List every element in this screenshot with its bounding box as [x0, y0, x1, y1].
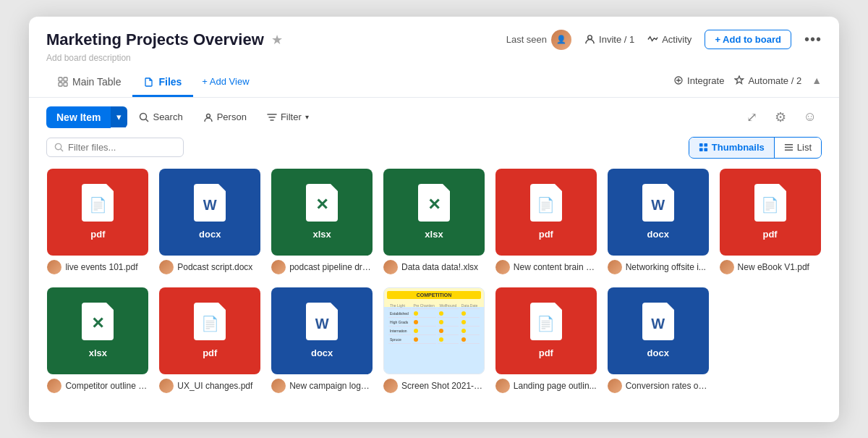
file-item-9[interactable]: 📄 pdf UX_UI changes.pdf [158, 287, 262, 393]
activity-icon [647, 34, 658, 45]
filter-files-input[interactable] [68, 142, 162, 153]
file-item-2[interactable]: W docx Podcast script.docx [158, 169, 262, 274]
integrate-label: Integrate [687, 75, 724, 86]
activity-action[interactable]: Activity [647, 34, 692, 45]
file-meta-10: New campaign logo _ [271, 379, 373, 393]
filter-input-wrapper[interactable] [46, 138, 184, 157]
file-meta-6: Networking offsite i... [608, 260, 709, 274]
file-name-12: Landing page outlin... [514, 381, 597, 391]
file-item-8[interactable]: ✕ xlsx Competitor outline d... [46, 287, 150, 393]
list-label: List [797, 142, 812, 153]
person-button[interactable]: Person [195, 107, 255, 127]
tab-add-view[interactable]: + Add View [193, 70, 258, 96]
file-avatar-6 [608, 260, 622, 274]
file-meta-11: Screen Shot 2021-03-... [383, 379, 485, 393]
invite-action[interactable]: Invite / 1 [584, 34, 634, 45]
file-doc-icon-7: 📄 [754, 184, 786, 222]
file-ext-12: pdf [539, 348, 553, 358]
file-doc-icon-12: 📄 [530, 303, 562, 340]
svg-rect-1 [59, 77, 62, 81]
filter-input-row: Thumbnails List [29, 137, 839, 169]
word-icon-2: W [203, 197, 217, 214]
svg-rect-2 [64, 77, 67, 81]
svg-rect-3 [59, 83, 62, 86]
file-thumb-13: W docx [608, 287, 709, 374]
tab-main-table[interactable]: Main Table [46, 70, 132, 97]
svg-rect-13 [699, 148, 703, 151]
file-avatar-3 [271, 260, 286, 274]
file-name-13: Conversion rates out... [626, 381, 709, 391]
automate-icon [734, 75, 744, 85]
person-icon [584, 34, 595, 45]
file-meta-12: Landing page outlin... [495, 379, 597, 393]
automate-action[interactable]: Automate / 2 [734, 75, 801, 86]
file-avatar-10 [271, 379, 286, 393]
file-item-3[interactable]: ✕ xlsx podcast pipeline dra... [271, 169, 374, 274]
table-icon [58, 77, 68, 87]
file-ext-4: xlsx [425, 229, 443, 240]
file-meta-3: podcast pipeline dra... [271, 260, 373, 274]
collapse-icon[interactable]: ▲ [812, 75, 822, 86]
file-meta-9: UX_UI changes.pdf [159, 379, 260, 393]
tab-files[interactable]: Files [132, 70, 193, 97]
pdf-icon-1: 📄 [89, 196, 107, 214]
files-icon [144, 77, 154, 87]
file-item-5[interactable]: 📄 pdf New content brain d... [494, 169, 597, 274]
invite-label: Invite / 1 [599, 34, 634, 45]
search-icon [139, 112, 149, 122]
file-thumb-11: COMPETITION The LightPre ChantienWolfhou… [383, 287, 485, 374]
svg-line-10 [61, 149, 63, 151]
file-meta-4: Data data data!.xlsx [383, 260, 485, 274]
integrate-action[interactable]: Integrate [673, 75, 724, 86]
file-name-10: New campaign logo _ [289, 381, 373, 391]
file-name-11: Screen Shot 2021-03-... [401, 381, 485, 391]
filter-button[interactable]: Filter ▾ [258, 107, 318, 127]
new-item-main-button[interactable]: New Item [46, 106, 111, 128]
list-view-button[interactable]: List [775, 138, 821, 157]
integrate-icon [673, 75, 684, 85]
file-avatar-4 [383, 260, 398, 274]
file-meta-7: New eBook V1.pdf [720, 260, 821, 274]
expand-icon[interactable]: ⤢ [741, 106, 762, 128]
file-avatar-5 [495, 260, 510, 274]
file-item-12[interactable]: 📄 pdf Landing page outlin... [494, 287, 597, 393]
file-avatar-13 [608, 379, 622, 393]
screenshot-preview: COMPETITION The LightPre ChantienWolfhou… [384, 288, 484, 374]
file-avatar-2 [159, 260, 174, 274]
filter-icon [267, 112, 277, 122]
file-thumb-1: 📄 pdf [47, 169, 148, 256]
new-item-caret-button[interactable]: ▾ [111, 106, 127, 127]
search-button[interactable]: Search [130, 107, 191, 127]
file-thumb-8: ✕ xlsx [47, 287, 148, 374]
tab-main-table-label: Main Table [72, 76, 121, 88]
file-item-7[interactable]: 📄 pdf New eBook V1.pdf [718, 169, 822, 274]
automate-label: Automate / 2 [748, 75, 801, 86]
file-item-6[interactable]: W docx Networking offsite i... [606, 169, 710, 274]
file-meta-8: Competitor outline d... [47, 379, 148, 393]
board-description[interactable]: Add board description [46, 53, 822, 63]
header-right: Last seen 👤 Invite / 1 Activity + Add to… [506, 30, 822, 50]
settings-icon[interactable]: ⚙ [770, 106, 791, 128]
more-button[interactable]: ••• [804, 31, 822, 48]
file-thumb-3: ✕ xlsx [271, 169, 373, 256]
file-ext-3: xlsx [312, 229, 331, 240]
file-item-10[interactable]: W docx New campaign logo _ [271, 287, 374, 393]
tabs-right: Integrate Automate / 2 ▲ [673, 75, 822, 92]
star-icon[interactable]: ★ [271, 32, 283, 48]
file-item-1[interactable]: 📄 pdf live events 101.pdf [46, 169, 150, 274]
file-thumb-7: 📄 pdf [720, 169, 821, 256]
file-doc-icon-10: W [306, 303, 338, 340]
file-ext-2: docx [199, 229, 221, 240]
file-item-13[interactable]: W docx Conversion rates out... [606, 287, 710, 393]
header: Marketing Projects Overview ★ Last seen … [29, 17, 839, 98]
new-item-button[interactable]: New Item ▾ [46, 106, 127, 128]
svg-point-9 [55, 143, 61, 149]
file-item-11[interactable]: COMPETITION The LightPre ChantienWolfhou… [383, 287, 486, 393]
screenshot-header: COMPETITION [387, 291, 481, 299]
thumbnails-view-button[interactable]: Thumbnails [689, 138, 774, 157]
tabs-row: Main Table Files + Add View Integrate Au… [46, 70, 822, 97]
file-meta-5: New content brain d... [495, 260, 597, 274]
smiley-icon[interactable]: ☺ [799, 106, 822, 127]
file-item-4[interactable]: ✕ xlsx Data data data!.xlsx [383, 169, 486, 274]
add-to-board-button[interactable]: + Add to board [705, 30, 791, 49]
